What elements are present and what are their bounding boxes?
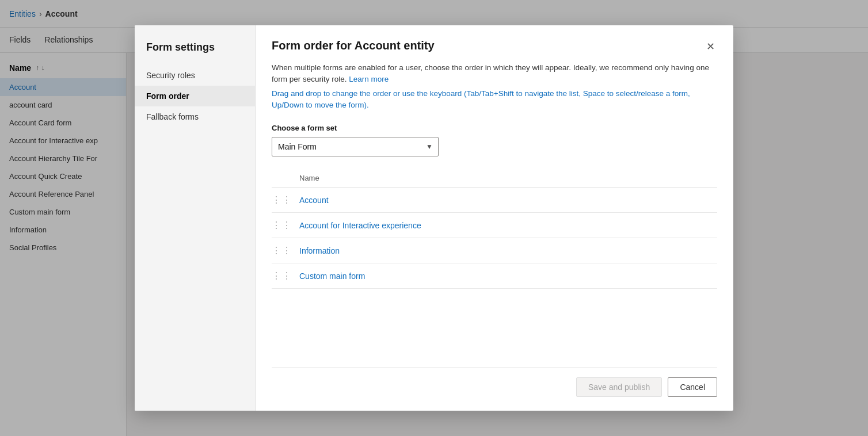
dialog-nav-security-roles[interactable]: Security roles xyxy=(135,65,255,86)
dialog-header: Form order for Account entity ✕ xyxy=(272,39,717,54)
dialog-left-title: Form settings xyxy=(135,37,255,65)
form-list-table: Name ⋮⋮ Account ⋮⋮ Account for Interacti… xyxy=(272,170,717,289)
form-name-custom[interactable]: Custom main form xyxy=(299,263,717,289)
dialog-right-panel: Form order for Account entity ✕ When mul… xyxy=(256,25,733,411)
drag-handle-custom[interactable]: ⋮⋮ xyxy=(272,271,299,281)
close-button[interactable]: ✕ xyxy=(704,39,717,54)
dialog-overlay: Form settings Security roles Form order … xyxy=(0,0,868,436)
drag-handle-interactive[interactable]: ⋮⋮ xyxy=(272,220,299,230)
name-col-header: Name xyxy=(299,170,717,188)
dialog-description-line1: When multiple forms are enabled for a us… xyxy=(272,62,717,86)
dialog-nav-form-order[interactable]: Form order xyxy=(135,86,255,106)
drag-col-header xyxy=(272,170,299,188)
form-set-label: Choose a form set xyxy=(272,124,717,132)
description-text-2: Drag and drop to change the order or use… xyxy=(272,89,690,109)
table-row: ⋮⋮ Custom main form xyxy=(272,263,717,289)
form-name-information[interactable]: Information xyxy=(299,238,717,263)
form-name-interactive[interactable]: Account for Interactive experience xyxy=(299,213,717,238)
form-set-select-wrapper: Main FormQuick CreateCard Form ▼ xyxy=(272,137,439,156)
table-row: ⋮⋮ Information xyxy=(272,238,717,263)
table-row: ⋮⋮ Account xyxy=(272,188,717,213)
dialog-nav-fallback-forms[interactable]: Fallback forms xyxy=(135,106,255,127)
dialog-left-panel: Form settings Security roles Form order … xyxy=(135,25,256,411)
drag-handle-information[interactable]: ⋮⋮ xyxy=(272,246,299,255)
description-text-1: When multiple forms are enabled for a us… xyxy=(272,63,709,83)
cancel-button[interactable]: Cancel xyxy=(668,377,717,397)
form-set-section: Choose a form set Main FormQuick CreateC… xyxy=(272,124,717,156)
dialog-title: Form order for Account entity xyxy=(272,39,435,52)
form-list-header-row: Name xyxy=(272,170,717,188)
table-row: ⋮⋮ Account for Interactive experience xyxy=(272,213,717,238)
form-name-account[interactable]: Account xyxy=(299,188,717,213)
learn-more-link[interactable]: Learn more xyxy=(349,75,389,83)
dialog-description-line2: Drag and drop to change the order or use… xyxy=(272,88,717,112)
form-list-area: Name ⋮⋮ Account ⋮⋮ Account for Interacti… xyxy=(272,162,717,368)
form-settings-dialog: Form settings Security roles Form order … xyxy=(135,25,733,411)
drag-handle-account[interactable]: ⋮⋮ xyxy=(272,195,299,205)
save-and-publish-button[interactable]: Save and publish xyxy=(576,377,662,397)
form-set-select[interactable]: Main FormQuick CreateCard Form xyxy=(272,137,439,156)
dialog-footer: Save and publish Cancel xyxy=(272,368,717,397)
